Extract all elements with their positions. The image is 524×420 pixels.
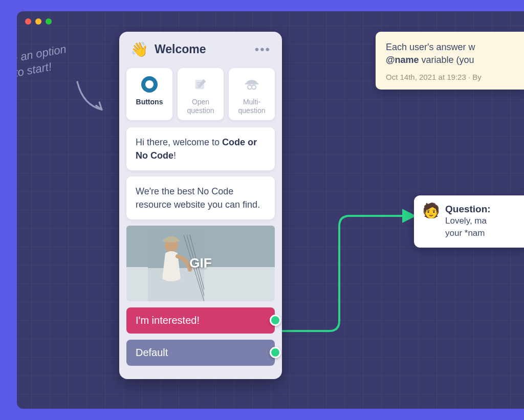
welcome-title-text: Welcome <box>155 42 206 56</box>
q-line1: Lovely, ma <box>445 216 487 226</box>
gif-label: GIF <box>189 255 211 271</box>
choice-interested[interactable]: I'm interested! <box>126 307 275 334</box>
svg-rect-7 <box>167 239 176 242</box>
question-title: Question: <box>445 204 491 215</box>
tab-open-label: Open question <box>181 98 221 115</box>
choice-default-label: Default <box>136 347 168 358</box>
svg-point-3 <box>252 85 256 89</box>
msg1-pre: Hi there, welcome to <box>136 137 222 147</box>
builder-canvas[interactable]: se an option to start! 👋 Welcome ••• <box>17 11 524 409</box>
question-body: Lovely, ma your *nam <box>445 215 491 239</box>
question-content: Question: Lovely, ma your *nam <box>445 204 491 239</box>
block-type-tabs: Buttons Open question <box>119 68 282 120</box>
tab-buttons[interactable]: Buttons <box>126 68 172 120</box>
note-var: @name <box>386 55 419 65</box>
note-line2: @name variable (you <box>386 54 515 67</box>
more-menu-icon[interactable]: ••• <box>255 42 271 57</box>
tab-multi-label: Multi-question <box>232 98 272 115</box>
connector-handle[interactable] <box>270 315 281 326</box>
tab-open-question[interactable]: Open question <box>178 68 224 120</box>
welcome-block[interactable]: 👋 Welcome ••• Buttons <box>119 32 282 379</box>
choice-interested-label: I'm interested! <box>136 315 200 326</box>
maximize-icon[interactable] <box>46 18 52 25</box>
note-l1: Each user's answer w <box>386 42 475 52</box>
message-block-1[interactable]: Hi there, welcome to Code or No Code! <box>126 127 275 170</box>
connector-handle[interactable] <box>270 347 281 358</box>
msg2-text: We're the best No Code resource website … <box>136 186 260 210</box>
svg-rect-1 <box>245 83 259 84</box>
tab-multi-question[interactable]: Multi-question <box>229 68 275 120</box>
welcome-title: 👋 Welcome <box>130 41 206 58</box>
note-l2-post: variable (you <box>419 55 474 65</box>
minimize-icon[interactable] <box>35 18 41 25</box>
note-meta: Oct 14th, 2021 at 19:23 · By <box>386 72 515 82</box>
question-block[interactable]: 🧑 Question: Lovely, ma your *nam <box>414 195 524 248</box>
sticky-note[interactable]: Each user's answer w @name variable (you… <box>376 32 524 90</box>
person-icon: 🧑 <box>422 204 440 239</box>
welcome-header: 👋 Welcome ••• <box>119 32 282 65</box>
wave-icon: 👋 <box>130 41 148 58</box>
close-icon[interactable] <box>25 18 31 25</box>
hint-text: se an option to start! <box>17 42 70 81</box>
spy-icon <box>243 75 261 94</box>
hint-arrow-icon <box>73 78 114 119</box>
msg1-post: ! <box>173 150 176 161</box>
note-line1: Each user's answer w <box>386 41 515 54</box>
svg-point-2 <box>248 85 252 89</box>
tab-buttons-label: Buttons <box>136 98 163 106</box>
q-line2: your *nam <box>445 228 485 238</box>
choice-default[interactable]: Default <box>126 340 275 366</box>
message-block-2[interactable]: We're the best No Code resource website … <box>126 176 275 219</box>
pencil-icon <box>191 75 210 94</box>
window-controls <box>25 18 52 25</box>
gif-block[interactable]: GIF <box>126 226 275 301</box>
buttons-icon <box>140 75 159 94</box>
